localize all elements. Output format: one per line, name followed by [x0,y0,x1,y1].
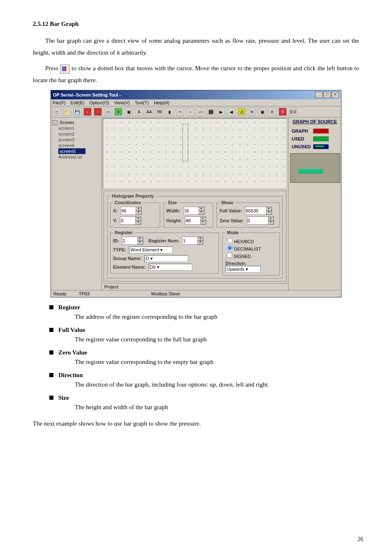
x-input[interactable] [121,207,136,214]
close-button[interactable]: × [332,92,339,98]
window-title: OP Serial--Screen Setting Tool - [53,92,121,97]
canvas-area[interactable] [103,118,287,189]
size-legend: Size [166,200,179,205]
placement-dotted-box[interactable] [182,124,188,161]
fullvalue-input[interactable] [245,207,266,214]
new-icon[interactable]: □ [53,108,61,116]
height-label: Height: [166,218,182,223]
height-input[interactable] [185,217,200,224]
zerovalue-input[interactable] [247,217,268,224]
x-spin-down[interactable]: ▼ [136,211,141,214]
id-spin-up[interactable]: ▲ [137,237,143,241]
tree-collapse-icon[interactable]: - [53,120,58,125]
box-icon[interactable]: ▣ [125,108,133,116]
zerovalue-label: Zero Value: [219,218,244,223]
minimize-button[interactable]: _ [315,92,323,98]
menu-file[interactable]: File(F) [53,100,66,105]
id-label: ID: [113,238,119,243]
tool-b-icon[interactable]: ▣ [258,108,266,116]
register-legend: Register [113,230,134,235]
width-spin-down[interactable]: ▼ [198,211,204,214]
fullvalue-spin-down[interactable]: ▼ [266,211,272,214]
size-group: Size Width: ▲▼ Height: ▲▼ [164,200,214,228]
zerovalue-spin-down[interactable]: ▼ [268,221,274,224]
signed-checkbox[interactable] [227,253,232,258]
tree-item-screen2[interactable]: screen2 [58,131,100,137]
closing-paragraph: The next example shows how to use bar gr… [33,418,359,430]
tool-a-icon[interactable]: ↯ [248,108,256,116]
width-spin-up[interactable]: ▲ [198,207,204,211]
project-tab[interactable]: Project [102,283,288,290]
id-input[interactable] [122,237,137,244]
regnum-spin-up[interactable]: ▲ [197,237,203,241]
groupname-select[interactable]: D ▾ [145,255,188,262]
tree-item-addresslist[interactable]: AddressList [58,154,100,160]
trend-icon[interactable]: ⤳ [176,108,184,116]
right-panel: GRAPH OF SOURCE GRAPH USED UNUSED [288,117,341,290]
hexbcd-radio[interactable] [227,238,233,243]
bargraph-icon[interactable]: ▮ [166,108,174,116]
tree-root-label[interactable]: Screen [60,120,74,125]
tree-panel: - Screen screen1 screen2 screen3 screen4… [51,117,102,290]
menu-edit[interactable]: Edit(E) [71,100,85,105]
legend-unused-color [313,144,329,149]
maximize-button[interactable]: □ [323,92,331,98]
menu-option[interactable]: Option(O) [89,100,109,105]
menu-help[interactable]: Help(H) [154,100,169,105]
y-spin-up[interactable]: ▲ [135,217,141,221]
tool-c-icon[interactable]: ⎘ [268,108,277,116]
down-arrow-icon[interactable]: ↓ [83,108,92,116]
section-title: 2.5.12 Bar Graph [33,21,359,28]
rect-icon[interactable]: ▭ [196,108,205,116]
lamp-icon[interactable]: ○ [186,108,194,116]
plus-icon[interactable]: + [114,108,122,116]
bullet-zerovalue-text: The register value corresponding to the … [75,357,359,367]
clock-icon[interactable]: ⏱ [279,108,287,116]
direction-select[interactable]: Upwards ▾ [225,266,261,273]
height-spin-up[interactable]: ▲ [200,217,206,221]
menu-view[interactable]: View(V) [114,100,130,105]
width-input[interactable] [184,207,198,214]
bullet-zerovalue-heading: Zero Value [58,349,87,356]
tree-item-screen1[interactable]: screen1 [58,125,100,131]
btn-icon[interactable]: ⬛ [207,108,215,116]
statusbar: Ready TP03 Modbus Slave [51,290,341,297]
tree-item-screen4[interactable]: screen4 [58,143,100,148]
decimalist-radio[interactable] [227,245,233,251]
id-spin-down[interactable]: ▼ [137,241,143,244]
up-arrow-icon[interactable]: ↑ [94,108,102,116]
bullet-fullvalue-text: The register value corresponding to the … [75,334,359,344]
fullvalue-spin-up[interactable]: ▲ [266,207,272,211]
paragraph-2: Press to show a dotted box that moves wi… [33,62,359,86]
open-icon[interactable]: 📂 [63,108,71,116]
type-select[interactable]: Word Element ▾ [129,246,173,253]
flag1-icon[interactable]: ▶ [217,108,225,116]
regnum-spin-down[interactable]: ▼ [197,241,203,244]
flag2-icon[interactable]: ◀ [227,108,235,116]
decimalist-label: DECIMALIST [234,246,261,251]
tree-item-screen3[interactable]: screen3 [58,137,100,143]
para2-suffix: to show a dotted box that moves with the… [33,65,359,83]
alarm-icon[interactable]: ⚠ [238,108,246,116]
num-00-icon[interactable]: 0.0 [289,108,297,116]
menu-tool[interactable]: Tool(T) [135,100,149,105]
legend-used-label: USED [291,135,311,142]
num-99-icon[interactable]: 99 [155,108,164,116]
screen-icon[interactable]: ▭ [104,108,112,116]
text-a-icon[interactable]: A [135,108,143,116]
zerovalue-spin-up[interactable]: ▲ [268,217,274,221]
height-spin-down[interactable]: ▼ [200,221,206,224]
mini-chart [290,153,340,183]
width-label: Width: [166,208,180,213]
save-icon[interactable]: 💾 [73,108,81,116]
y-input[interactable] [120,217,135,224]
tree-item-screen5[interactable]: screen5 [58,148,85,154]
text-aa-icon[interactable]: AA [145,108,153,116]
para2-prefix: Press [45,65,60,71]
y-spin-down[interactable]: ▼ [135,221,141,224]
x-spin-up[interactable]: ▲ [136,207,141,211]
paragraph-1: The bar graph can give a direct view of … [33,35,359,58]
regnum-input[interactable] [182,237,197,244]
elementname-select[interactable]: D0 ▾ [149,264,192,271]
signed-label: SIGNED [233,254,251,259]
